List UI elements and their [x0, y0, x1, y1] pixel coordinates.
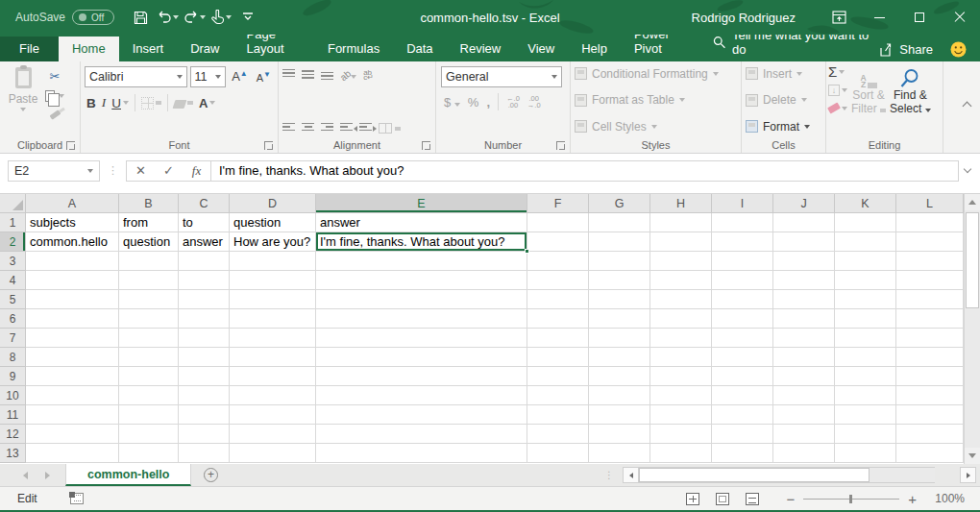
cell-I8[interactable] — [712, 348, 773, 367]
clear-dropdown-icon[interactable] — [842, 107, 847, 110]
cell-J4[interactable] — [773, 271, 835, 290]
wrap-text-button[interactable]: abc↵ — [363, 70, 374, 80]
cell-E3[interactable] — [316, 252, 527, 271]
cell-L13[interactable] — [896, 444, 964, 463]
column-header-k[interactable]: K — [835, 194, 896, 213]
cell-F13[interactable] — [527, 444, 589, 463]
cell-J7[interactable] — [773, 329, 835, 348]
row-header-8[interactable]: 8 — [0, 348, 26, 367]
row-header-2[interactable]: 2 — [0, 232, 26, 252]
cell-D4[interactable] — [230, 271, 316, 290]
cell-B9[interactable] — [119, 367, 179, 386]
cell-D2[interactable]: How are you? — [230, 232, 316, 252]
cell-K4[interactable] — [835, 271, 896, 290]
cell-K12[interactable] — [835, 425, 896, 444]
name-box[interactable]: E2 — [8, 160, 100, 182]
cell-C1[interactable]: to — [179, 213, 230, 232]
cell-F11[interactable] — [527, 405, 589, 425]
customize-qat-icon[interactable] — [235, 5, 260, 30]
cell-H9[interactable] — [650, 367, 712, 386]
format-cells-button[interactable]: Format — [746, 116, 821, 136]
tab-bar-splitter[interactable]: ⋮ — [604, 464, 615, 486]
cell-C2[interactable]: answer — [179, 232, 230, 252]
cell-I13[interactable] — [712, 444, 773, 463]
cell-G2[interactable] — [589, 232, 650, 252]
copy-button[interactable] — [44, 87, 65, 104]
cell-I5[interactable] — [712, 290, 773, 309]
zoom-out-button[interactable]: − — [786, 491, 795, 507]
cell-D12[interactable] — [230, 425, 316, 444]
cell-D8[interactable] — [230, 348, 316, 367]
cell-E13[interactable] — [316, 444, 527, 463]
cancel-button[interactable]: ✕ — [127, 161, 155, 181]
row-header-11[interactable]: 11 — [0, 405, 26, 425]
tab-data[interactable]: Data — [393, 37, 446, 61]
decrease-font-size-button[interactable]: A▼ — [254, 70, 274, 84]
feedback-smiley-icon[interactable] — [950, 41, 967, 61]
cell-G4[interactable] — [589, 271, 650, 290]
cell-B6[interactable] — [119, 309, 179, 329]
decrease-decimal-button[interactable]: .00→.0 — [527, 95, 541, 109]
undo-button[interactable] — [155, 5, 180, 30]
cell-F1[interactable] — [527, 213, 589, 232]
cell-F10[interactable] — [527, 386, 589, 405]
touch-mode-dropdown-icon[interactable] — [226, 15, 232, 19]
cell-K2[interactable] — [835, 232, 896, 252]
cell-B7[interactable] — [119, 329, 179, 348]
format-painter-button[interactable] — [44, 107, 65, 123]
zoom-slider[interactable] — [803, 499, 899, 500]
cell-J13[interactable] — [773, 444, 835, 463]
row-header-4[interactable]: 4 — [0, 271, 26, 290]
conditional-formatting-dropdown-icon[interactable] — [713, 72, 719, 76]
cell-A13[interactable] — [26, 444, 119, 463]
formula-bar-splitter[interactable]: ⋮ — [108, 164, 118, 177]
cell-G1[interactable] — [589, 213, 650, 232]
zoom-level[interactable]: 100% — [930, 492, 965, 505]
cell-G6[interactable] — [589, 309, 650, 329]
cell-H5[interactable] — [650, 290, 712, 309]
cell-H12[interactable] — [650, 425, 712, 444]
redo-dropdown-icon[interactable] — [200, 15, 206, 19]
cell-E4[interactable] — [316, 271, 527, 290]
cell-B10[interactable] — [119, 386, 179, 405]
cell-K8[interactable] — [835, 348, 896, 367]
insert-cells-button[interactable]: Insert — [746, 63, 821, 84]
column-header-c[interactable]: C — [179, 194, 230, 213]
borders-button[interactable] — [141, 97, 154, 110]
format-as-table-button[interactable]: Format as Table — [575, 90, 737, 110]
cell-F12[interactable] — [527, 425, 589, 444]
cell-C12[interactable] — [179, 425, 230, 444]
sheet-tab-common-hello[interactable]: common-hello — [65, 464, 191, 486]
cell-C6[interactable] — [179, 309, 230, 329]
next-sheet-icon[interactable] — [45, 472, 50, 479]
font-name-select[interactable]: Calibri — [85, 66, 187, 87]
cell-F4[interactable] — [527, 271, 589, 290]
cell-G3[interactable] — [589, 252, 650, 271]
cell-L10[interactable] — [896, 386, 964, 405]
cell-K11[interactable] — [835, 405, 896, 425]
scroll-up-icon[interactable] — [965, 194, 980, 210]
align-center-button[interactable] — [302, 123, 314, 134]
collapse-ribbon-button[interactable] — [943, 61, 972, 153]
cell-A3[interactable] — [26, 252, 119, 271]
cell-B1[interactable]: from — [119, 213, 179, 232]
cut-button[interactable]: ✂ — [44, 68, 65, 85]
save-button[interactable] — [128, 5, 153, 30]
cell-C9[interactable] — [179, 367, 230, 386]
cell-C11[interactable] — [179, 405, 230, 425]
cell-I4[interactable] — [712, 271, 773, 290]
close-button[interactable] — [940, 0, 980, 35]
delete-cells-button[interactable]: Delete — [746, 90, 821, 110]
cell-G8[interactable] — [589, 348, 650, 367]
number-dialog-launcher-icon[interactable] — [556, 141, 565, 150]
conditional-formatting-button[interactable]: Conditional Formatting — [575, 63, 737, 84]
font-size-select[interactable]: 11 — [190, 66, 227, 87]
cell-G5[interactable] — [589, 290, 650, 309]
cell-A12[interactable] — [26, 425, 119, 444]
cell-L4[interactable] — [896, 271, 964, 290]
column-header-i[interactable]: I — [712, 194, 773, 213]
scroll-left-icon[interactable] — [623, 467, 639, 483]
cell-C10[interactable] — [179, 386, 230, 405]
cell-A6[interactable] — [26, 309, 119, 329]
cell-E8[interactable] — [316, 348, 527, 367]
